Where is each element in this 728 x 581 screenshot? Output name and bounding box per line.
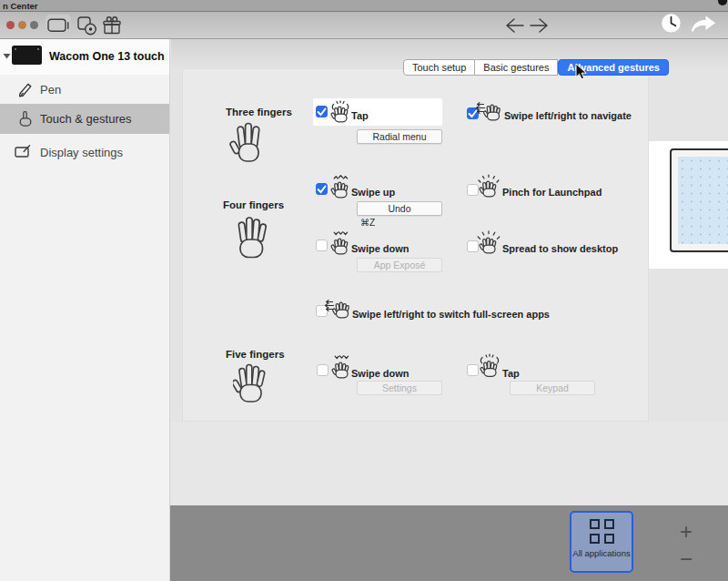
section-three-fingers-label: Three fingers — [226, 107, 292, 117]
wacom-center-window: n Center — [0, 0, 728, 581]
window-title-strip: n Center — [0, 0, 728, 12]
five-finger-hand-icon — [233, 361, 269, 404]
remove-application-button[interactable]: − — [680, 548, 693, 570]
display-settings-icon — [15, 144, 33, 159]
all-applications-icon — [590, 519, 614, 544]
tab-basic-gestures[interactable]: Basic gestures — [475, 59, 558, 76]
tap-label: Tap — [351, 110, 369, 121]
share-arrow-icon — [689, 14, 718, 33]
swipe-left-right-gesture-icon — [475, 100, 502, 122]
back-button[interactable] — [502, 16, 526, 38]
forward-arrow-icon — [528, 16, 551, 35]
forward-button[interactable] — [528, 16, 551, 38]
pen-icon — [17, 81, 33, 97]
swipe-up-checkbox[interactable] — [316, 183, 328, 195]
radial-menu-dropdown-value: Radial menu — [373, 131, 427, 142]
swipe-up-gesture-icon — [329, 175, 352, 199]
back-arrow-icon — [502, 16, 526, 35]
gesture-tab-bar: Touch setup Basic gestures Advanced gest… — [403, 59, 669, 76]
mouse-cursor — [575, 63, 588, 81]
devices-toolbar-button[interactable] — [76, 15, 98, 36]
keypad-dropdown[interactable]: Keypad — [510, 381, 595, 395]
five-tap-gesture-icon — [477, 353, 502, 379]
app-expose-dropdown-value: App Exposé — [374, 260, 426, 270]
five-swipe-down-label: Swipe down — [351, 368, 410, 379]
keypad-dropdown-value: Keypad — [536, 382, 569, 393]
swipe-navigate-label: Swipe left/right to navigate — [504, 110, 632, 121]
application-bar — [170, 505, 728, 581]
window-title: n Center — [3, 1, 38, 11]
tap-gesture-icon — [329, 100, 352, 125]
all-applications-label: All applications — [572, 548, 630, 558]
gift-toolbar-button[interactable] — [102, 15, 122, 36]
app-expose-dropdown[interactable]: App Exposé — [357, 258, 442, 272]
swipe-down-gesture-icon — [329, 231, 352, 256]
three-finger-tap-checkbox[interactable] — [316, 106, 328, 117]
settings-dropdown-value: Settings — [382, 382, 417, 393]
disclosure-triangle-icon[interactable] — [3, 53, 11, 59]
content-lower-area — [171, 422, 728, 505]
settings-dropdown[interactable]: Settings — [357, 381, 442, 395]
four-swipe-down-label: Swipe down — [351, 243, 410, 254]
four-finger-hand-icon — [233, 213, 271, 260]
zoom-window-button[interactable] — [30, 21, 38, 29]
pinch-launchpad-label: Pinch for Launchpad — [502, 187, 602, 198]
close-button[interactable] — [6, 21, 15, 29]
gift-icon — [103, 16, 121, 36]
undo-dropdown[interactable]: Undo — [357, 201, 442, 216]
undo-dropdown-value: Undo — [388, 203, 410, 214]
touch-icon — [16, 110, 34, 127]
clock-icon — [661, 13, 682, 34]
five-swipe-down-checkbox[interactable] — [317, 364, 329, 376]
three-finger-hand-icon — [229, 119, 268, 165]
spread-desktop-label: Spread to show desktop — [502, 243, 618, 254]
share-button[interactable] — [689, 14, 718, 36]
tablet-toolbar-button[interactable] — [46, 15, 71, 36]
undo-shortcut: ⌘Z — [360, 218, 375, 228]
radial-menu-dropdown[interactable]: Radial menu — [357, 129, 442, 144]
swipe-up-label: Swipe up — [351, 187, 395, 198]
tablet-preview-active-area — [678, 157, 728, 244]
spread-gesture-icon — [477, 230, 500, 255]
sidebar-item-touch-gestures-label: Touch & gestures — [40, 112, 131, 126]
five-swipe-down-gesture-icon — [329, 355, 353, 380]
tablet-icon — [47, 18, 70, 33]
sidebar-item-pen-label: Pen — [40, 83, 61, 97]
four-swipe-down-checkbox[interactable] — [316, 240, 328, 251]
device-thumbnail — [12, 46, 42, 65]
minimize-button[interactable] — [18, 21, 26, 29]
section-five-fingers-label: Five fingers — [226, 349, 285, 360]
devices-icon — [77, 16, 97, 36]
sidebar-item-display-settings-label: Display settings — [40, 146, 123, 159]
pinch-gesture-icon — [477, 174, 500, 199]
section-four-fingers-label: Four fingers — [223, 199, 284, 210]
tab-touch-setup[interactable]: Touch setup — [403, 59, 475, 76]
history-button[interactable] — [661, 13, 682, 37]
swipe-switch-apps-label: Swipe left/right to switch full-screen a… — [352, 309, 550, 320]
add-application-button[interactable]: + — [680, 521, 693, 543]
device-name: Wacom One 13 touch — [49, 50, 165, 63]
swipe-switch-apps-gesture-icon — [324, 298, 351, 320]
five-tap-label: Tap — [502, 368, 520, 379]
all-applications-button[interactable]: All applications — [570, 511, 633, 573]
